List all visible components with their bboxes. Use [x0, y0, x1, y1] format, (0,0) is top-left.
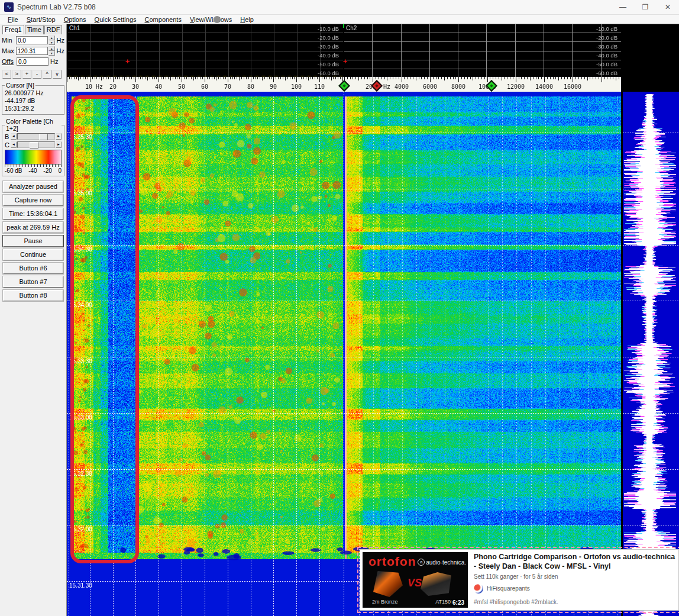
- circle-a-icon: a: [418, 559, 425, 566]
- nav-button-4[interactable]: ^: [43, 70, 51, 79]
- spinner-up-icon[interactable]: ▲: [48, 46, 55, 51]
- db-label: -20.0 dB: [344, 33, 620, 42]
- waterfall-display[interactable]: [67, 92, 621, 616]
- menu-options[interactable]: Options: [60, 16, 90, 23]
- max-label: Max: [2, 47, 16, 54]
- side-button-button-#6[interactable]: Button #6: [3, 263, 63, 274]
- side-button-peak-at-269-59-hz[interactable]: peak at 269.59 Hz: [3, 222, 63, 233]
- db-label: -50.0 dB: [67, 60, 341, 69]
- ch-boundary-tick: [343, 24, 344, 28]
- tab-freq1[interactable]: Freq1: [2, 25, 24, 34]
- db-label: -60.0 dB: [344, 69, 620, 78]
- video-thumbnail[interactable]: ortofon aaudio-technica. VS 2m Bronze AT…: [363, 552, 468, 608]
- ch1-cursor-cross: +: [125, 59, 130, 64]
- slider-c-right-arrow[interactable]: ►: [56, 141, 62, 148]
- tab-rdf[interactable]: RDF: [44, 25, 63, 34]
- menu-file[interactable]: File: [4, 16, 22, 23]
- menu-view-windows[interactable]: View/Windows: [186, 16, 236, 23]
- video-overlay-card[interactable]: ortofon aaudio-technica. VS 2m Bronze AT…: [360, 549, 679, 611]
- db-label: -10.0 dB: [344, 24, 620, 33]
- slider-b-left-arrow[interactable]: ◄: [11, 133, 17, 140]
- channel-avatar[interactable]: [474, 584, 483, 594]
- maximize-button[interactable]: ❐: [634, 0, 657, 14]
- slider-c-track[interactable]: [17, 141, 55, 148]
- nav-button-3[interactable]: -: [33, 70, 41, 79]
- menu-quick-settings[interactable]: Quick Settings: [90, 16, 141, 23]
- titlebar: ∿ Spectrum Lab V2.75 b08 — ❐ ✕: [0, 0, 679, 15]
- color-gradient-bar[interactable]: [5, 150, 62, 165]
- scale-label: -20: [43, 167, 51, 174]
- cartridge-left-label: 2m Bronze: [372, 599, 398, 605]
- menubar: FileStart/StopOptionsQuick SettingsCompo…: [0, 15, 679, 24]
- slider-c-label: C: [5, 141, 11, 149]
- max-input[interactable]: [16, 47, 48, 55]
- channel-name[interactable]: HiFisquarepants: [487, 585, 530, 592]
- ortofon-logo: ortofon: [368, 554, 416, 569]
- close-button[interactable]: ✕: [657, 0, 679, 14]
- side-button-button-#7[interactable]: Button #7: [3, 276, 63, 288]
- video-hashtags: #mfsl #hifispongebob #2mblack.: [474, 599, 676, 605]
- waterfall-time-label: 15.31.30: [69, 582, 92, 589]
- nav-button-5[interactable]: v: [53, 70, 62, 79]
- spinner-up-icon[interactable]: ▲: [48, 36, 55, 40]
- ch2-cursor-cross: +: [343, 59, 348, 64]
- side-button-capture-now[interactable]: Capture now: [3, 195, 63, 206]
- amplitude-display[interactable]: [623, 92, 679, 616]
- db-label: -40.0 dB: [344, 51, 620, 60]
- window-title: Spectrum Lab V2.75 b08: [17, 3, 96, 11]
- menu-components[interactable]: Components: [141, 16, 186, 23]
- app-icon: ∿: [4, 2, 14, 12]
- status-dot-icon: [214, 16, 221, 23]
- cursor-readout: 15:31:29.2: [5, 105, 62, 112]
- db-label: -10.0 dB: [67, 24, 341, 33]
- unit-label: Hz: [57, 47, 64, 54]
- spectrum-lab-window: ∿ Spectrum Lab V2.75 b08 — ❐ ✕ FileStart…: [0, 0, 679, 616]
- unit-label: Hz: [50, 58, 58, 65]
- gradient-scale-ticks: [5, 165, 62, 167]
- scale-label: -40: [28, 167, 37, 174]
- min-input[interactable]: [16, 36, 48, 44]
- min-spinner[interactable]: ▲▼: [48, 36, 55, 45]
- video-meta: Sett 110k ganger · for 5 år siden: [474, 573, 676, 580]
- slider-b-label: B: [5, 133, 11, 140]
- slider-c-thumb[interactable]: [30, 142, 38, 149]
- tab-time[interactable]: Time: [25, 25, 44, 34]
- nav-button-0[interactable]: <: [2, 70, 11, 79]
- spinner-down-icon[interactable]: ▼: [48, 51, 55, 56]
- menu-start-stop[interactable]: Start/Stop: [22, 16, 60, 23]
- cursor-readout: -44.197 dB: [5, 97, 62, 105]
- color-palette-panel: Color Palette [Ch 1+2] B ◄ ► C ◄ ► -60 d…: [2, 118, 64, 176]
- side-button-pause[interactable]: Pause: [3, 236, 63, 247]
- unit-label: Hz: [57, 37, 64, 44]
- slider-b-right-arrow[interactable]: ►: [56, 133, 62, 140]
- palette-panel-title: Color Palette [Ch 1+2]: [5, 118, 62, 132]
- nav-button-row: <>+-^v: [2, 70, 64, 79]
- side-button-time-15-36-04-1[interactable]: Time: 15:36:04.1: [3, 208, 63, 220]
- minimize-button[interactable]: —: [612, 0, 634, 14]
- scale-label: -60 dB: [5, 167, 22, 174]
- db-label: -20.0 dB: [67, 33, 341, 42]
- slider-b-track[interactable]: [17, 133, 55, 140]
- ch1-baseline: [68, 76, 343, 76]
- side-button-continue[interactable]: Continue: [3, 249, 63, 260]
- side-button-analyzer-paused[interactable]: Analyzer paused: [3, 181, 63, 192]
- db-scale-ch2: -10.0 dB-20.0 dB-30.0 dB-40.0 dB-50.0 dB…: [344, 24, 620, 78]
- db-label: -40.0 dB: [67, 51, 341, 60]
- video-title[interactable]: Phono Cartridge Comparison - Ortofon vs …: [474, 552, 676, 572]
- cartridge-right-image: [421, 572, 451, 596]
- scale-label: 0: [58, 167, 62, 174]
- max-spinner[interactable]: ▲▼: [48, 46, 55, 56]
- slider-c-left-arrow[interactable]: ◄: [11, 141, 17, 148]
- min-label: Min: [2, 37, 16, 44]
- side-button-button-#8[interactable]: Button #8: [3, 290, 63, 301]
- offs-input[interactable]: [17, 57, 48, 66]
- nav-button-1[interactable]: >: [12, 70, 21, 79]
- menu-help[interactable]: Help: [236, 16, 258, 23]
- spinner-down-icon[interactable]: ▼: [48, 40, 55, 45]
- db-scale-ch1: -10.0 dB-20.0 dB-30.0 dB-40.0 dB-50.0 dB…: [67, 24, 341, 78]
- cartridge-left-image: [373, 571, 403, 597]
- audio-technica-logo: aaudio-technica.: [418, 559, 466, 566]
- slider-b-thumb[interactable]: [39, 134, 48, 140]
- nav-button-2[interactable]: +: [22, 70, 31, 79]
- sidebar: Freq1TimeRDF Min▲▼HzMax▲▼HzOffsHz <>+-^v…: [0, 24, 67, 616]
